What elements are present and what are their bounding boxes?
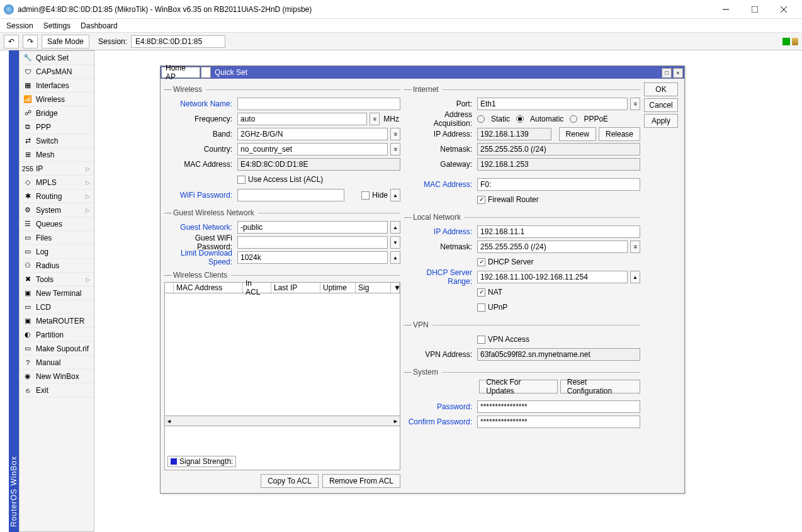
sidebar-item-radius[interactable]: ⚇Radius [20,259,94,273]
acl-label: Use Access List (ACL) [248,175,323,184]
check-updates-button[interactable]: Check For Updates [479,380,558,393]
clients-list[interactable] [164,293,400,416]
wifi-pw-spinner[interactable]: ▲ [390,189,400,201]
radio-automatic[interactable] [516,115,524,123]
port-dropdown[interactable]: ∓ [630,98,640,110]
dialog-close-button[interactable]: × [673,68,683,78]
window-title: admin@E4:8D:8C:0D:D1:85 (MikroTik) - Win… [18,5,711,14]
apply-button[interactable]: Apply [644,114,678,128]
sidebar-item-exit[interactable]: ⎋Exit [20,383,94,397]
reset-config-button[interactable]: Reset Configuration [560,380,640,393]
sidebar-item-files[interactable]: ▭Files [20,231,94,245]
menu-session[interactable]: Session [6,21,33,30]
sidebar-item-log[interactable]: ▭Log [20,245,94,259]
minimize-button[interactable] [711,1,740,18]
close-button[interactable] [769,1,798,18]
sidebar-icon: ? [23,358,32,367]
sidebar-item-label: Mesh [36,150,54,159]
limit-spinner[interactable]: ▲ [390,251,400,264]
band-input[interactable]: 2GHz-B/G/N [237,128,388,140]
dhcp-range-spinner[interactable]: ▲ [630,271,640,283]
sidebar-item-label: Make Supout.rif [36,344,89,353]
dialog-titlebar[interactable]: Home AP ∓ Quick Set □ × [161,66,684,79]
remove-from-acl-button[interactable]: Remove From ACL [322,474,400,488]
radio-static[interactable] [477,115,485,123]
country-dropdown[interactable]: ∓ [390,143,400,156]
confirm-password-label: Confirm Password: [404,417,475,426]
sidebar-item-new-winbox[interactable]: ◉New WinBox [20,370,94,383]
sidebar-item-mesh[interactable]: ⊞Mesh [20,148,94,162]
sidebar-item-lcd[interactable]: ▭LCD [20,300,94,314]
hide-checkbox[interactable] [361,191,370,200]
local-netmask-dropdown[interactable]: ∓ [630,241,640,253]
password-input[interactable]: **************** [477,400,640,413]
guest-pw-spinner[interactable]: ▼ [390,236,400,249]
sidebar-item-switch[interactable]: ⇄Switch [20,134,94,148]
sidebar-item-label: Radius [36,261,59,270]
radio-pppoe[interactable] [570,115,577,123]
vpn-access-checkbox[interactable] [477,336,485,344]
wifi-pw-input[interactable] [237,189,344,201]
local-netmask-input[interactable]: 255.255.255.0 (/24) [477,241,628,253]
sidebar-item-wireless[interactable]: 📶Wireless [20,93,94,106]
menu-settings[interactable]: Settings [43,21,71,30]
band-dropdown[interactable]: ∓ [390,128,400,140]
sidebar-item-interfaces[interactable]: ▦Interfaces [20,79,94,93]
safe-mode-button[interactable]: Safe Mode [42,35,89,48]
menu-dashboard[interactable]: Dashboard [81,21,118,30]
firewall-checkbox[interactable]: ✓ [477,196,485,204]
renew-button[interactable]: Renew [559,127,596,141]
titlebar: admin@E4:8D:8C:0D:D1:85 (MikroTik) - Win… [0,0,802,19]
chevron-right-icon: ▷ [86,179,90,186]
country-input[interactable]: no_country_set [237,143,388,156]
port-input[interactable]: Eth1 [477,98,628,110]
acl-checkbox[interactable] [237,176,246,184]
clients-scrollbar[interactable]: ◄► [164,416,400,426]
release-button[interactable]: Release [599,127,640,141]
sidebar-item-partition[interactable]: ◐Partition [20,328,94,342]
sidebar-item-make-supout.rif[interactable]: ▭Make Supout.rif [20,342,94,356]
mode-select[interactable]: Home AP [161,67,200,78]
sidebar-item-queues[interactable]: ☰Queues [20,217,94,231]
upnp-checkbox[interactable] [477,303,485,312]
dhcp-checkbox[interactable]: ✓ [477,258,485,266]
chevron-right-icon: ▷ [86,207,90,213]
vpn-addr-label: VPN Address: [404,350,475,359]
undo-button[interactable]: ↶ [4,35,19,48]
mode-dropdown-button[interactable]: ∓ [201,67,211,78]
maximize-button[interactable] [740,1,769,18]
sidebar-item-new-terminal[interactable]: ▣New Terminal [20,286,94,300]
sidebar-item-system[interactable]: ⚙System▷ [20,203,94,217]
copy-to-acl-button[interactable]: Copy To ACL [261,474,319,488]
local-ip-input[interactable]: 192.168.11.1 [477,225,640,238]
sidebar-item-quick-set[interactable]: 🔧Quick Set [20,51,94,65]
sidebar-item-manual[interactable]: ?Manual [20,356,94,370]
sidebar-item-mpls[interactable]: ◇MPLS▷ [20,176,94,190]
network-name-input[interactable] [237,98,400,110]
guest-pw-input[interactable] [237,236,388,249]
confirm-password-input[interactable]: **************** [477,416,640,428]
internet-mac-input[interactable]: F0: [477,178,640,191]
limit-input[interactable]: 1024k [237,251,388,264]
sidebar-item-capsman[interactable]: 🛡CAPsMAN [20,65,94,79]
sidebar-item-metarouter[interactable]: ▣MetaROUTER [20,314,94,328]
guest-network-input[interactable]: -public [237,221,388,234]
sidebar-item-tools[interactable]: ✖Tools▷ [20,273,94,286]
vpn-addr-value: 63fa05c99f82.sn.mynetname.net [477,348,640,361]
redo-button[interactable]: ↷ [23,35,38,48]
sidebar-item-bridge[interactable]: ☍Bridge [20,106,94,120]
guest-network-spinner[interactable]: ▲ [390,221,400,234]
cancel-button[interactable]: Cancel [644,98,678,112]
internet-netmask-label: Netmask: [404,145,475,154]
nat-checkbox[interactable]: ✓ [477,288,485,297]
ok-button[interactable]: OK [644,82,678,96]
sidebar-item-ppp[interactable]: ⧉PPP [20,120,94,134]
clients-header[interactable]: MAC Address In ACL Last IP Uptime Sig ▼ [164,282,400,293]
sidebar-item-ip[interactable]: 255IP▷ [20,162,94,176]
sidebar-item-routing[interactable]: ✱Routing▷ [20,190,94,203]
dialog-restore-button[interactable]: □ [662,68,672,78]
frequency-dropdown[interactable]: ∓ [370,113,380,125]
nat-label: NAT [488,288,502,297]
frequency-input[interactable]: auto [237,113,367,125]
dhcp-range-input[interactable]: 192.168.11.100-192.168.11.254 [477,271,628,283]
